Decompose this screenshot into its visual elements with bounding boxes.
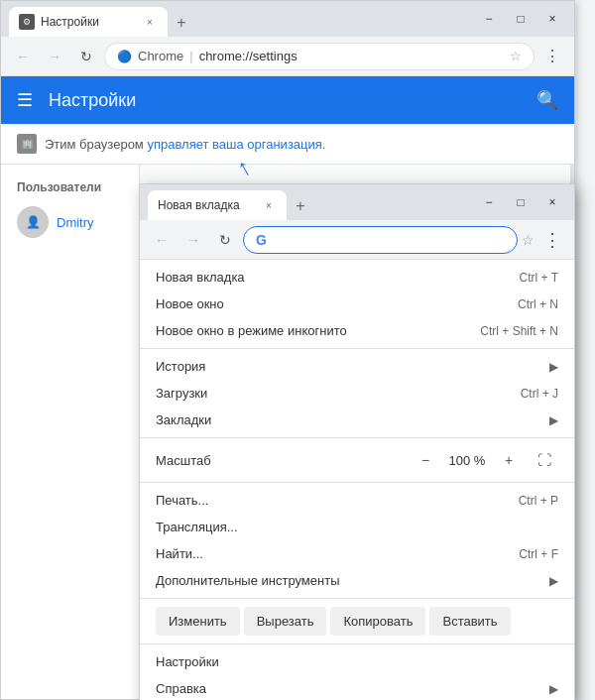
separator-3 (140, 482, 574, 483)
bg-minimize-button[interactable]: − (475, 5, 503, 33)
menu-more-tools[interactable]: Дополнительные инструменты ▶ (140, 567, 574, 594)
menu-help-arrow: ▶ (549, 682, 558, 696)
bg-menu-button[interactable]: ⋮ (538, 43, 566, 70)
dd-tab-title: Новая вкладка (158, 198, 240, 212)
dd-back-button[interactable]: ← (148, 226, 176, 254)
menu-help[interactable]: Справка ▶ (140, 675, 574, 700)
dd-tab-area: Новая вкладка × + (148, 184, 475, 220)
edit-buttons-row: Изменить Вырезать Копировать Вставить (140, 603, 574, 640)
edit-cut-button[interactable]: Вырезать (244, 607, 327, 636)
menu-bookmarks[interactable]: Закладки ▶ (140, 407, 574, 433)
bg-url-bar[interactable]: 🔵 Chrome | chrome://settings ☆ (104, 43, 535, 70)
bg-title-bar: ⚙ Настройки × + − □ × (1, 1, 574, 37)
menu-settings-label: Настройки (156, 654, 219, 669)
menu-downloads-shortcut: Ctrl + J (521, 387, 558, 401)
bg-tab-area: ⚙ Настройки × + (9, 1, 475, 37)
dd-address-bar: ← → ↻ G ☆ ⋮ (140, 220, 574, 260)
user-avatar: 👤 (17, 206, 49, 238)
hamburger-icon[interactable]: ☰ (17, 89, 33, 111)
org-banner-link[interactable]: управляет ваша организация (147, 137, 321, 152)
org-banner-icon: 🏢 (17, 134, 37, 154)
bg-url-separator: | (189, 49, 192, 63)
zoom-control-row: Масштаб − 100 % + ⛶ (140, 442, 574, 478)
menu-incognito[interactable]: Новое окно в режиме инкогнито Ctrl + Shi… (140, 317, 574, 344)
menu-cast-label: Трансляция... (156, 520, 238, 534)
menu-history-label: История (156, 359, 205, 374)
menu-print-label: Печать... (156, 493, 208, 508)
bg-url-chrome-label: Chrome (138, 49, 183, 63)
dd-url-bar[interactable]: G (243, 226, 518, 254)
google-logo-icon: G (256, 232, 272, 248)
menu-find-shortcut: Ctrl + F (519, 547, 558, 561)
dd-minimize-button[interactable]: − (475, 188, 503, 216)
dd-forward-button[interactable]: → (179, 226, 207, 254)
settings-search-icon[interactable]: 🔍 (536, 89, 558, 111)
org-management-banner: 🏢 Этим браузером управляет ваша организа… (1, 124, 574, 165)
context-menu: Новая вкладка Ctrl + T Новое окно Ctrl +… (140, 260, 574, 700)
menu-print-shortcut: Ctrl + P (519, 494, 558, 508)
bg-maximize-button[interactable]: □ (507, 5, 535, 33)
menu-incognito-label: Новое окно в режиме инкогнито (156, 323, 347, 338)
bg-new-tab-button[interactable]: + (168, 9, 195, 37)
edit-copy-button[interactable]: Копировать (330, 607, 425, 636)
menu-more-tools-arrow: ▶ (549, 574, 558, 588)
dd-close-button[interactable]: × (538, 188, 566, 216)
bg-url-star[interactable]: ☆ (510, 49, 522, 63)
separator-4 (140, 598, 574, 599)
dd-reload-button[interactable]: ↻ (211, 226, 239, 254)
menu-find[interactable]: Найти... Ctrl + F (140, 540, 574, 567)
bg-security-icon: 🔵 (117, 50, 132, 63)
zoom-minus-button[interactable]: − (412, 446, 439, 474)
menu-new-window[interactable]: Новое окно Ctrl + N (140, 291, 574, 317)
settings-page-title: Настройки (49, 90, 536, 111)
menu-history-arrow: ▶ (549, 360, 558, 374)
dd-active-tab[interactable]: Новая вкладка × (148, 190, 287, 220)
menu-new-window-shortcut: Ctrl + N (518, 297, 558, 311)
dd-menu-button[interactable]: ⋮ (538, 226, 566, 254)
separator-5 (140, 643, 574, 644)
menu-help-label: Справка (156, 681, 206, 696)
bg-address-bar: ← → ↻ 🔵 Chrome | chrome://settings ☆ ⋮ (1, 37, 574, 76)
zoom-plus-button[interactable]: + (495, 446, 523, 474)
menu-new-tab[interactable]: Новая вкладка Ctrl + T (140, 264, 574, 291)
dd-maximize-button[interactable]: □ (507, 188, 535, 216)
bg-tab-close-btn[interactable]: × (142, 14, 158, 30)
settings-header: ☰ Настройки 🔍 (1, 76, 574, 124)
separator-1 (140, 348, 574, 349)
menu-bookmarks-arrow: ▶ (549, 413, 558, 427)
bg-active-tab[interactable]: ⚙ Настройки × (9, 7, 168, 37)
menu-find-label: Найти... (156, 546, 203, 561)
dd-new-tab-button[interactable]: + (287, 192, 314, 220)
menu-new-window-label: Новое окно (156, 296, 224, 311)
bg-window-controls: − □ × (475, 5, 566, 33)
foreground-dropdown-window: Новая вкладка × + − □ × ← → ↻ G ☆ ⋮ Нова… (139, 183, 575, 700)
bg-tab-title: Настройки (41, 15, 99, 29)
zoom-label: Масштаб (156, 453, 404, 468)
dd-url-star[interactable]: ☆ (522, 232, 535, 248)
sidebar-user-item[interactable]: 👤 Dmitry (1, 198, 139, 246)
menu-history[interactable]: История ▶ (140, 353, 574, 380)
sidebar-username: Dmitry (57, 215, 94, 230)
bg-forward-button[interactable]: → (41, 43, 68, 70)
menu-new-tab-shortcut: Ctrl + T (520, 271, 558, 285)
bg-tab-icon: ⚙ (19, 14, 35, 30)
bg-reload-button[interactable]: ↻ (72, 43, 100, 70)
zoom-value-display: 100 % (447, 453, 487, 468)
bg-close-button[interactable]: × (538, 5, 566, 33)
menu-bookmarks-label: Закладки (156, 412, 211, 427)
bg-back-button[interactable]: ← (9, 43, 37, 70)
menu-settings[interactable]: Настройки (140, 648, 574, 675)
zoom-fullscreen-button[interactable]: ⛶ (531, 446, 558, 474)
dd-window-controls: − □ × (475, 188, 566, 216)
menu-cast[interactable]: Трансляция... (140, 514, 574, 540)
dd-tab-close-btn[interactable]: × (261, 197, 277, 213)
bg-url-text: chrome://settings (199, 49, 298, 63)
menu-more-tools-label: Дополнительные инструменты (156, 573, 340, 588)
menu-downloads[interactable]: Загрузки Ctrl + J (140, 380, 574, 407)
menu-downloads-label: Загрузки (156, 386, 207, 401)
dd-title-bar: Новая вкладка × + − □ × (140, 184, 574, 220)
menu-print[interactable]: Печать... Ctrl + P (140, 487, 574, 514)
edit-modify-button[interactable]: Изменить (156, 607, 240, 636)
org-banner-text: Этим браузером управляет ваша организаци… (45, 137, 325, 152)
edit-paste-button[interactable]: Вставить (429, 607, 510, 636)
